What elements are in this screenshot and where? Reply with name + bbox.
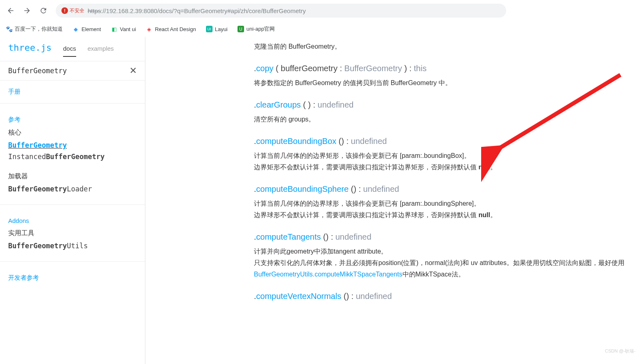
search-input[interactable] — [8, 67, 129, 75]
sidebar-item-buffergeometry[interactable]: BufferGeometry — [0, 139, 145, 151]
method-computevertexnormals: .computeVertexNormals () : undefined — [254, 292, 638, 301]
sidebar: three.js docs examples ✕ 手册 参考 核心 Buffer… — [0, 37, 145, 364]
uniapp-icon: U — [238, 26, 244, 32]
insecure-label: 不安全 — [70, 7, 84, 14]
method-computeboundingbox: .computeBoundingBox () : undefined — [254, 137, 638, 146]
forward-button[interactable] — [20, 3, 34, 18]
logo[interactable]: three.js — [8, 43, 52, 53]
bookmarks-bar: 🐾百度一下，你就知道 ◆Element ◧Vant ui ◈React Ant … — [0, 21, 638, 37]
doc-content: 克隆当前的 BufferGeometry。 .copy ( bufferGeom… — [145, 37, 638, 364]
method-computeboundingsphere-desc: 计算当前几何体的的边界球形，该操作会更新已有 [param:.boundingS… — [254, 198, 638, 221]
browser-toolbar: ! 不安全 https://192.168.2.39:8080/docs/?q=… — [0, 0, 638, 21]
method-computeboundingsphere: .computeBoundingSphere () : undefined — [254, 184, 638, 194]
back-button[interactable] — [3, 3, 18, 18]
sidebar-cat-util: 实用工具 — [0, 227, 145, 240]
sidebar-link-addons[interactable]: Addons — [0, 210, 145, 227]
watermark: CSDN @-耿瑞- — [605, 348, 636, 354]
link-mikktspace[interactable]: BufferGeometryUtils.computeMikkTSpaceTan… — [254, 271, 403, 278]
address-bar[interactable]: ! 不安全 https://192.168.2.39:8080/docs/?q=… — [56, 4, 506, 18]
clear-search-icon[interactable]: ✕ — [129, 65, 137, 76]
sidebar-link-reference[interactable]: 参考 — [0, 108, 145, 126]
antd-icon: ◈ — [146, 26, 152, 32]
bookmark-antd[interactable]: ◈React Ant Design — [146, 26, 196, 32]
tab-docs[interactable]: docs — [63, 43, 76, 57]
method-computetangents-desc: 计算并向此geometry中添加tangent attribute。只支持索引化… — [254, 246, 638, 280]
bookmark-layui[interactable]: UILayui — [206, 26, 228, 32]
url-text: https://192.168.2.39:8080/docs/?q=Buffer… — [88, 7, 306, 14]
sidebar-item-loader[interactable]: BufferGeometryLoader — [0, 183, 145, 195]
paw-icon: 🐾 — [6, 26, 12, 32]
sidebar-link-dev[interactable]: 开发者参考 — [0, 267, 145, 284]
bookmark-baidu[interactable]: 🐾百度一下，你就知道 — [6, 25, 63, 33]
vant-icon: ◧ — [111, 26, 118, 32]
method-copy-desc: 将参数指定的 BufferGeometry 的值拷贝到当前 BufferGeom… — [254, 77, 638, 89]
sidebar-link-manual[interactable]: 手册 — [0, 81, 145, 98]
insecure-badge: ! 不安全 — [61, 7, 84, 14]
sidebar-item-instanced[interactable]: InstancedBufferGeometry — [0, 151, 145, 162]
sidebar-cat-loader: 加载器 — [0, 170, 145, 183]
warning-icon: ! — [61, 7, 68, 14]
layui-icon: UI — [206, 26, 213, 32]
method-computetangents: .computeTangents () : undefined — [254, 232, 638, 242]
bookmark-uniapp[interactable]: Uuni-app官网 — [238, 25, 275, 33]
method-cleargroups-desc: 清空所有的 groups。 — [254, 114, 638, 125]
method-clone-desc: 克隆当前的 BufferGeometry。 — [254, 41, 638, 52]
sidebar-item-utils[interactable]: BufferGeometryUtils — [0, 240, 145, 252]
bookmark-element[interactable]: ◆Element — [72, 26, 101, 32]
tab-examples[interactable]: examples — [88, 43, 114, 57]
element-icon: ◆ — [72, 26, 79, 32]
reload-button[interactable] — [36, 3, 51, 18]
method-computeboundingbox-desc: 计算当前几何体的的边界矩形，该操作会更新已有 [param:.boundingB… — [254, 150, 638, 173]
method-cleargroups: .clearGroups ( ) : undefined — [254, 100, 638, 110]
sidebar-cat-core: 核心 — [0, 126, 145, 139]
method-copy: .copy ( bufferGeometry : BufferGeometry … — [254, 64, 638, 73]
bookmark-vant[interactable]: ◧Vant ui — [111, 26, 136, 32]
